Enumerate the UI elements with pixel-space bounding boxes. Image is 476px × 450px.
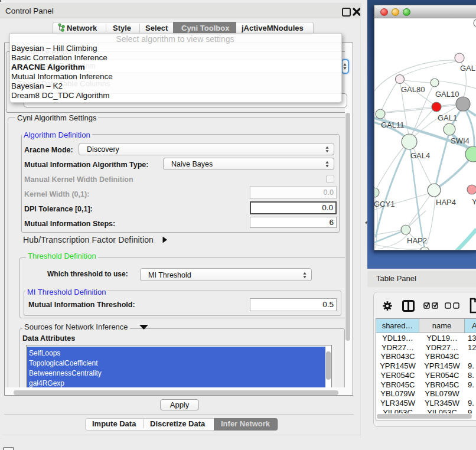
- svg-text:GAL11: GAL11: [381, 120, 405, 129]
- svg-text:GAL7: GAL7: [460, 64, 476, 73]
- svg-text:HAP2: HAP2: [407, 236, 427, 245]
- svg-text:SWI4: SWI4: [451, 136, 470, 145]
- svg-text:GAL80: GAL80: [401, 85, 425, 94]
- svg-text:YE: YE: [472, 197, 476, 206]
- svg-text:GCY1: GCY1: [374, 200, 395, 208]
- svg-text:GAL10: GAL10: [435, 90, 459, 99]
- svg-text:GAL4: GAL4: [410, 151, 430, 160]
- svg-text:GAL1: GAL1: [438, 113, 457, 122]
- svg-text:HAP4: HAP4: [436, 198, 456, 207]
